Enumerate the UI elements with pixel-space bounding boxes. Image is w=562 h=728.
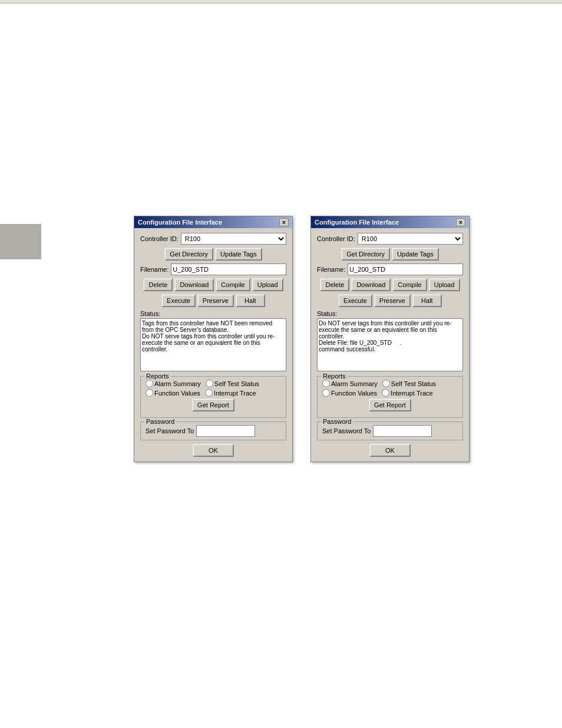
sidebar-block bbox=[0, 224, 41, 259]
content-area: Configuration File Interface × Controlle… bbox=[0, 4, 562, 462]
alarm-summary-radio-right[interactable] bbox=[322, 380, 330, 387]
filename-row-right: Filename: bbox=[317, 263, 463, 275]
status-textarea-left[interactable]: Tags from this controller have NOT been … bbox=[140, 318, 286, 371]
dialog-left-titlebar: Configuration File Interface × bbox=[134, 216, 292, 228]
dialog-left: Configuration File Interface × Controlle… bbox=[134, 216, 293, 462]
password-input-right[interactable] bbox=[373, 425, 432, 437]
self-test-radio-right[interactable] bbox=[382, 380, 390, 387]
interrupt-trace-label-left[interactable]: Interrupt Trace bbox=[205, 389, 256, 397]
ok-row-left: OK bbox=[140, 444, 286, 457]
self-test-radio-left[interactable] bbox=[206, 380, 213, 387]
dialog-left-close-button[interactable]: × bbox=[279, 218, 289, 226]
alarm-summary-radio-left[interactable] bbox=[146, 380, 153, 387]
status-label-left: Status: bbox=[140, 310, 286, 317]
function-values-radio-left[interactable] bbox=[146, 389, 153, 397]
reports-row2-left: Function Values Interrupt Trace bbox=[146, 389, 281, 397]
dialog-right-title: Configuration File Interface bbox=[315, 219, 399, 226]
set-password-label-left: Set Password To bbox=[146, 427, 194, 434]
password-fieldset-left: Password Set Password To bbox=[140, 421, 286, 440]
filename-label-right: Filename: bbox=[317, 266, 345, 273]
filename-input-right[interactable] bbox=[348, 263, 463, 275]
controller-id-select-right[interactable]: R100 bbox=[358, 233, 463, 245]
function-values-radio-right[interactable] bbox=[322, 389, 330, 397]
reports-fieldset-left: Reports Alarm Summary Self Test Status bbox=[140, 376, 286, 418]
password-row-left: Set Password To bbox=[146, 425, 281, 437]
self-test-status-label-left[interactable]: Self Test Status bbox=[206, 380, 259, 387]
self-test-status-label-right[interactable]: Self Test Status bbox=[382, 380, 436, 387]
password-legend-left: Password bbox=[144, 418, 176, 425]
dialog-left-body: Controller ID: R100 Get Directory Update… bbox=[134, 228, 292, 462]
controller-id-label-left: Controller ID: bbox=[140, 235, 178, 242]
controller-id-row-left: Controller ID: R100 bbox=[140, 233, 286, 245]
status-textarea-right[interactable]: Do NOT serve tags from this controller u… bbox=[317, 318, 463, 371]
ok-button-right[interactable]: OK bbox=[369, 444, 411, 457]
alarm-summary-label-right[interactable]: Alarm Summary bbox=[322, 380, 378, 387]
filename-label-left: Filename: bbox=[140, 266, 168, 273]
reports-row2-right: Function Values Interrupt Trace bbox=[322, 389, 458, 397]
interrupt-trace-label-right[interactable]: Interrupt Trace bbox=[382, 389, 433, 397]
exec-row-right: Execute Preserve Halt bbox=[317, 294, 463, 307]
delete-button-left[interactable]: Delete bbox=[143, 278, 173, 291]
get-report-button-left[interactable]: Get Report bbox=[192, 398, 234, 411]
upload-button-right[interactable]: Upload bbox=[429, 278, 460, 291]
set-password-label-right: Set Password To bbox=[322, 427, 371, 434]
reports-legend-right: Reports bbox=[321, 373, 348, 380]
alarm-summary-label-left[interactable]: Alarm Summary bbox=[146, 380, 201, 387]
get-report-button-right[interactable]: Get Report bbox=[369, 398, 411, 411]
execute-button-left[interactable]: Execute bbox=[161, 294, 196, 307]
file-ops-row-right: Delete Download Compile Upload bbox=[317, 278, 463, 291]
password-legend-right: Password bbox=[321, 418, 353, 425]
dialog-left-title: Configuration File Interface bbox=[138, 219, 222, 226]
function-values-label-left[interactable]: Function Values bbox=[146, 389, 200, 397]
filename-row-left: Filename: bbox=[140, 263, 286, 275]
delete-button-right[interactable]: Delete bbox=[320, 278, 349, 291]
reports-row1-right: Alarm Summary Self Test Status bbox=[322, 380, 458, 387]
ok-button-left[interactable]: OK bbox=[193, 444, 234, 457]
filename-input-left[interactable] bbox=[171, 263, 286, 275]
exec-row-left: Execute Preserve Halt bbox=[140, 294, 286, 307]
preserve-button-right[interactable]: Preserve bbox=[374, 294, 411, 307]
preserve-button-left[interactable]: Preserve bbox=[197, 294, 234, 307]
halt-button-right[interactable]: Halt bbox=[412, 294, 442, 307]
update-tags-button-right[interactable]: Update Tags bbox=[392, 248, 439, 261]
reports-row1-left: Alarm Summary Self Test Status bbox=[146, 380, 281, 387]
password-row-right: Set Password To bbox=[322, 425, 458, 437]
controller-id-select-left[interactable]: R100 bbox=[181, 233, 286, 245]
download-button-left[interactable]: Download bbox=[174, 278, 214, 291]
update-tags-button-left[interactable]: Update Tags bbox=[215, 248, 262, 261]
interrupt-trace-radio-left[interactable] bbox=[205, 389, 213, 397]
dir-tags-row-left: Get Directory Update Tags bbox=[140, 248, 286, 261]
controller-id-label-right: Controller ID: bbox=[317, 235, 355, 242]
interrupt-trace-radio-right[interactable] bbox=[382, 389, 389, 397]
status-label-right: Status: bbox=[317, 310, 463, 317]
compile-button-left[interactable]: Compile bbox=[216, 278, 250, 291]
function-values-label-right[interactable]: Function Values bbox=[322, 389, 377, 397]
get-directory-button-left[interactable]: Get Directory bbox=[164, 248, 213, 261]
dialog-right-close-button[interactable]: × bbox=[456, 218, 465, 226]
compile-button-right[interactable]: Compile bbox=[392, 278, 427, 291]
reports-legend-left: Reports bbox=[144, 373, 171, 380]
status-section-left: Status: Tags from this controller have N… bbox=[140, 310, 286, 373]
dir-tags-row-right: Get Directory Update Tags bbox=[317, 248, 463, 261]
dialog-right-body: Controller ID: R100 Get Directory Update… bbox=[311, 228, 469, 462]
download-button-right[interactable]: Download bbox=[351, 278, 391, 291]
controller-id-row-right: Controller ID: R100 bbox=[317, 233, 463, 245]
get-report-row-left: Get Report bbox=[146, 398, 281, 411]
get-directory-button-right[interactable]: Get Directory bbox=[341, 248, 390, 261]
status-section-right: Status: Do NOT serve tags from this cont… bbox=[317, 310, 463, 373]
execute-button-right[interactable]: Execute bbox=[338, 294, 372, 307]
get-report-row-right: Get Report bbox=[322, 398, 458, 411]
reports-fieldset-right: Reports Alarm Summary Self Test Status bbox=[317, 376, 463, 418]
upload-button-left[interactable]: Upload bbox=[252, 278, 283, 291]
password-input-left[interactable] bbox=[196, 425, 255, 437]
password-fieldset-right: Password Set Password To bbox=[317, 421, 463, 440]
halt-button-left[interactable]: Halt bbox=[236, 294, 265, 307]
file-ops-row-left: Delete Download Compile Upload bbox=[140, 278, 286, 291]
dialog-right: Configuration File Interface × Controlle… bbox=[310, 216, 470, 462]
ok-row-right: OK bbox=[317, 444, 463, 457]
page-background: Configuration File Interface × Controlle… bbox=[0, 0, 562, 728]
dialog-right-titlebar: Configuration File Interface × bbox=[311, 216, 469, 228]
